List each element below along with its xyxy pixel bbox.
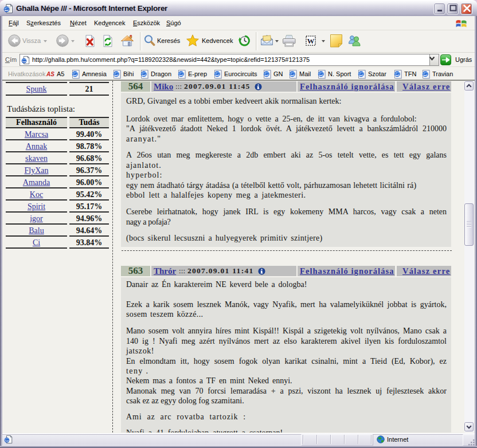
svg-text:W: W xyxy=(307,37,315,45)
